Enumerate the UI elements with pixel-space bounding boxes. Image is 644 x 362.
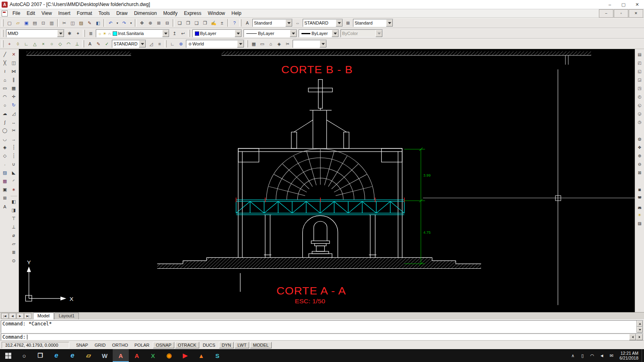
make-block-tool[interactable]: ◇ (1, 152, 9, 160)
excel[interactable]: X (145, 349, 161, 362)
linetype-combo[interactable]: ByLayer (244, 29, 297, 37)
toggle-grid[interactable]: GRID (92, 342, 109, 348)
dropdown-arrow-icon[interactable] (290, 30, 297, 37)
dropdown-arrow-icon[interactable] (57, 30, 64, 37)
copy-tool[interactable]: ◫ (10, 59, 18, 67)
layer-previous-button[interactable]: ↩ (179, 29, 187, 38)
ucs-world-button[interactable]: ⊕ (177, 40, 185, 48)
zoom-previous-button[interactable]: ⊟ (163, 19, 171, 27)
undo-dropdown[interactable]: ▾ (115, 19, 120, 27)
join-tool[interactable]: ∪ (10, 160, 18, 169)
snap-intersection-button[interactable]: × (39, 40, 47, 48)
revision-cloud-tool[interactable]: ☁ (1, 109, 9, 118)
command-history[interactable]: Command: *Cancel* (1, 320, 643, 333)
shade-button[interactable]: ◛ (636, 202, 644, 211)
toggle-model[interactable]: MODEL (250, 342, 271, 348)
cut-button[interactable]: ✂ (60, 19, 68, 27)
volume-icon[interactable]: ◄ (597, 353, 607, 358)
battery-icon[interactable]: ▯ (578, 353, 587, 358)
justify-text-button[interactable]: ≡ (155, 40, 164, 48)
distance-tool[interactable]: ⌀ (10, 231, 18, 240)
zoom-out-button[interactable]: ⊖ (636, 160, 644, 169)
task-view-button[interactable]: ❐ (32, 349, 48, 362)
scale-text-button[interactable]: ◿ (147, 40, 155, 48)
dropdown-arrow-icon[interactable] (162, 30, 169, 37)
skype[interactable]: S (209, 349, 225, 362)
current-color-swatch[interactable] (195, 31, 199, 36)
vlc[interactable]: ▲ (193, 349, 209, 362)
match-properties-button[interactable]: ✎ (85, 19, 94, 27)
hide-button[interactable]: ◚ (636, 194, 644, 202)
menu-view[interactable]: View (38, 10, 55, 17)
convert-to-viewport-button[interactable]: ◈ (275, 40, 283, 48)
menu-edit[interactable]: Edit (23, 10, 38, 17)
break-tool[interactable]: ┊ (10, 152, 18, 160)
id-point-tool[interactable]: ⊙ (10, 257, 18, 265)
start-button[interactable] (0, 349, 16, 362)
model-space-view[interactable]: 3.99 4.75 CORTE B - B CORTE A - A ESC: 1… (19, 49, 635, 312)
coordinates-readout[interactable]: 312.4762, 40.1793, 0.0000 (2, 342, 69, 348)
bulb-icon[interactable]: ☼ (97, 31, 102, 36)
command-hscrollbar[interactable] (629, 334, 643, 340)
toggle-snap[interactable]: SNAP (73, 342, 91, 348)
mdi-minimize-button[interactable]: – (599, 9, 613, 18)
hidden-icons-chevron[interactable]: ∧ (568, 353, 578, 358)
maximize-button[interactable]: ▢ (617, 0, 630, 9)
show-desktop-button[interactable] (642, 349, 644, 362)
clip-viewport-button[interactable]: ✂ (283, 40, 292, 48)
acrobat[interactable]: A (129, 349, 145, 362)
draworder-under-tool[interactable]: ⊥ (10, 223, 18, 231)
menu-express[interactable]: Express (181, 10, 204, 17)
mirror-tool[interactable]: ⋈ (10, 67, 18, 76)
table-style-combo[interactable]: Standard (353, 19, 393, 27)
menu-format[interactable]: Format (74, 10, 95, 17)
plot-button[interactable]: ▤ (31, 19, 39, 27)
close-button[interactable]: ✕ (630, 0, 644, 9)
next-tab-button[interactable]: ▶ (17, 313, 24, 319)
multiline-text-tool[interactable]: A (1, 202, 9, 211)
autocad[interactable]: A (113, 349, 129, 362)
top-view-button[interactable]: ◰ (636, 59, 644, 67)
toolbar-grip[interactable] (82, 40, 84, 47)
minimize-button[interactable]: – (603, 0, 617, 9)
hatch-tool[interactable]: ▨ (1, 169, 9, 177)
pan-realtime-button[interactable]: ✥ (636, 143, 644, 152)
command-input[interactable]: Command: (1, 333, 643, 340)
bottom-view-button[interactable]: ◱ (636, 67, 644, 76)
toggle-dyn[interactable]: DYN (219, 342, 234, 348)
command-scrollbar[interactable] (636, 321, 643, 333)
polyline-tool[interactable]: ≀ (1, 67, 9, 76)
viewports-dialog-button[interactable]: ▦ (250, 40, 258, 48)
tool-palettes-button[interactable]: ❑ (192, 19, 201, 27)
array-tool[interactable]: ▦ (10, 84, 18, 93)
ucs-button[interactable]: ∟ (168, 40, 177, 48)
region-tool[interactable]: ▣ (1, 185, 9, 194)
list-tool[interactable]: ≣ (10, 248, 18, 257)
sun-icon[interactable]: ☀ (102, 31, 107, 36)
toggle-ortho[interactable]: ORTHO (109, 342, 131, 348)
redo-dropdown[interactable]: ▾ (128, 19, 134, 27)
snap-center-button[interactable]: ○ (47, 40, 56, 48)
text-style-combo[interactable]: Standard (252, 19, 293, 27)
toggle-polar[interactable]: POLAR (132, 342, 152, 348)
open-button[interactable]: ▱ (14, 19, 22, 27)
scale-tool[interactable]: ◿ (10, 109, 18, 118)
rectangle-tool[interactable]: ▭ (1, 84, 9, 93)
publish-button[interactable]: ▥ (47, 19, 56, 27)
drawing-file-icon[interactable] (2, 10, 8, 16)
polygon-tool[interactable]: ⌂ (1, 76, 9, 84)
menu-insert[interactable]: Insert (55, 10, 74, 17)
pan-button[interactable]: ✥ (138, 19, 146, 27)
zoom-realtime-button[interactable]: ⊕ (146, 19, 155, 27)
my-workspace-button[interactable]: ✦ (74, 29, 82, 38)
dim-style-combo[interactable]: STANDARD (303, 19, 343, 27)
quickcalc-button[interactable]: ± (218, 19, 226, 27)
drawing-canvas[interactable]: 3.99 4.75 CORTE B - B CORTE A - A ESC: 1… (19, 49, 635, 312)
menu-draw[interactable]: Draw (113, 10, 131, 17)
tab-model[interactable]: Model (33, 313, 54, 319)
designcenter-button[interactable]: ❐ (184, 19, 192, 27)
qnew-button[interactable]: ▢ (5, 19, 14, 27)
viewport-scale-combo[interactable] (293, 40, 327, 48)
single-viewport-button[interactable]: ▭ (258, 40, 266, 48)
spell-check-button[interactable]: ✓ (103, 40, 111, 48)
